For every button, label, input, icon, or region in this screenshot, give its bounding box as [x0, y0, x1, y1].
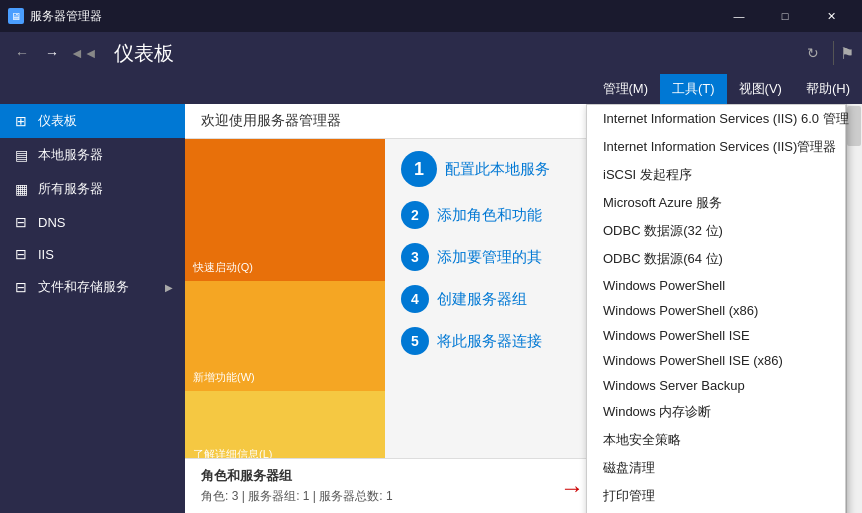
menu-bar: 管理(M) 工具(T) 视图(V) 帮助(H) [0, 74, 862, 104]
main-layout: ⊞ 仪表板 ▤ 本地服务器 ▦ 所有服务器 ⊟ DNS ⊟ IIS ⊟ 文件和存… [0, 104, 862, 513]
step-1-label[interactable]: 配置此本地服务 [445, 160, 550, 179]
close-button[interactable]: ✕ [808, 0, 854, 32]
dropdown-iis6[interactable]: Internet Information Services (IIS) 6.0 … [587, 105, 845, 133]
dropdown-diag[interactable]: Windows 内存诊断 [587, 398, 845, 426]
dropdown-iis[interactable]: Internet Information Services (IIS)管理器 [587, 133, 845, 161]
toolbar-dots: ◄◄ [70, 45, 98, 61]
sidebar-item-dns[interactable]: ⊟ DNS [0, 206, 185, 238]
color-blocks: 快速启动(Q) 新增功能(W) 了解详细信息(L) [185, 139, 385, 468]
title-bar: 🖥 服务器管理器 — □ ✕ [0, 0, 862, 32]
step-1-num: 1 [401, 151, 437, 187]
dropdown-iscsi[interactable]: iSCSI 发起程序 [587, 161, 845, 189]
back-button[interactable]: ← [8, 39, 36, 67]
maximize-button[interactable]: □ [762, 0, 808, 32]
toolbar: ← → ◄◄ 仪表板 ↻ ⚑ [0, 32, 862, 74]
nav-buttons: ← → [8, 39, 66, 67]
menu-tools[interactable]: 工具(T) [660, 74, 727, 104]
dropdown-azure[interactable]: Microsoft Azure 服务 [587, 189, 845, 217]
new-features-label: 新增功能(W) [193, 370, 255, 385]
expand-icon: ▶ [165, 282, 173, 293]
dropdown-powershell[interactable]: Windows PowerShell [587, 273, 845, 298]
dropdown-backup[interactable]: Windows Server Backup [587, 373, 845, 398]
flag-icon: ⚑ [840, 44, 854, 63]
all-servers-icon: ▦ [12, 181, 30, 197]
sidebar-item-label-filestorage: 文件和存储服务 [38, 278, 129, 296]
toolbar-page-title: 仪表板 [114, 40, 174, 67]
step-2-label[interactable]: 添加角色和功能 [437, 206, 542, 225]
menu-manage[interactable]: 管理(M) [591, 74, 661, 104]
title-bar-title: 服务器管理器 [30, 8, 102, 25]
dropdown-powershell-ise[interactable]: Windows PowerShell ISE [587, 323, 845, 348]
tools-dropdown: Internet Information Services (IIS) 6.0 … [586, 104, 846, 513]
scrollbar-track[interactable] [846, 104, 862, 513]
sidebar-item-label-dashboard: 仪表板 [38, 112, 77, 130]
quick-start-block[interactable]: 快速启动(Q) [185, 139, 385, 281]
scrollbar-thumb[interactable] [847, 106, 861, 146]
toolbar-right: ↻ ⚑ [799, 39, 854, 67]
dropdown-odbc64[interactable]: ODBC 数据源(64 位) [587, 245, 845, 273]
step-5-label[interactable]: 将此服务器连接 [437, 332, 542, 351]
arrow-indicator: → [560, 474, 584, 502]
dropdown-odbc32[interactable]: ODBC 数据源(32 位) [587, 217, 845, 245]
dropdown-diskclean[interactable]: 磁盘清理 [587, 454, 845, 482]
sidebar: ⊞ 仪表板 ▤ 本地服务器 ▦ 所有服务器 ⊟ DNS ⊟ IIS ⊟ 文件和存… [0, 104, 185, 513]
step-2-num: 2 [401, 201, 429, 229]
step-3-label[interactable]: 添加要管理的其 [437, 248, 542, 267]
step-5-num: 5 [401, 327, 429, 355]
sidebar-item-iis[interactable]: ⊟ IIS [0, 238, 185, 270]
sidebar-item-dashboard[interactable]: ⊞ 仪表板 [0, 104, 185, 138]
refresh-button[interactable]: ↻ [799, 39, 827, 67]
toolbar-separator [833, 41, 834, 65]
dropdown-powershell-x86[interactable]: Windows PowerShell (x86) [587, 298, 845, 323]
sidebar-item-all-servers[interactable]: ▦ 所有服务器 [0, 172, 185, 206]
minimize-button[interactable]: — [716, 0, 762, 32]
menu-view[interactable]: 视图(V) [727, 74, 794, 104]
window-controls: — □ ✕ [716, 0, 854, 32]
step-4-num: 4 [401, 285, 429, 313]
sidebar-item-label-local: 本地服务器 [38, 146, 103, 164]
step-3-num: 3 [401, 243, 429, 271]
dropdown-powershell-ise-x86[interactable]: Windows PowerShell ISE (x86) [587, 348, 845, 373]
sidebar-item-label-all: 所有服务器 [38, 180, 103, 198]
learn-more-block[interactable]: 了解详细信息(L) [185, 391, 385, 468]
step-4-label[interactable]: 创建服务器组 [437, 290, 527, 309]
sidebar-item-local-server[interactable]: ▤ 本地服务器 [0, 138, 185, 172]
sidebar-item-label-dns: DNS [38, 215, 65, 230]
content-area: 欢迎使用服务器管理器 快速启动(Q) 新增功能(W) 了解详细信息(L) 1 [185, 104, 862, 513]
menu-help[interactable]: 帮助(H) [794, 74, 862, 104]
app-icon: 🖥 [8, 8, 24, 24]
menu-items: 管理(M) 工具(T) 视图(V) 帮助(H) [591, 74, 863, 104]
dropdown-printmgr[interactable]: 打印管理 [587, 482, 845, 510]
file-storage-icon: ⊟ [12, 279, 30, 295]
sidebar-item-label-iis: IIS [38, 247, 54, 262]
quick-start-label: 快速启动(Q) [193, 260, 253, 275]
new-features-block[interactable]: 新增功能(W) [185, 281, 385, 391]
dns-icon: ⊟ [12, 214, 30, 230]
dashboard-icon: ⊞ [12, 113, 30, 129]
iis-icon: ⊟ [12, 246, 30, 262]
local-server-icon: ▤ [12, 147, 30, 163]
forward-button[interactable]: → [38, 39, 66, 67]
sidebar-item-file-storage[interactable]: ⊟ 文件和存储服务 ▶ [0, 270, 185, 304]
dropdown-secpolicy[interactable]: 本地安全策略 [587, 426, 845, 454]
